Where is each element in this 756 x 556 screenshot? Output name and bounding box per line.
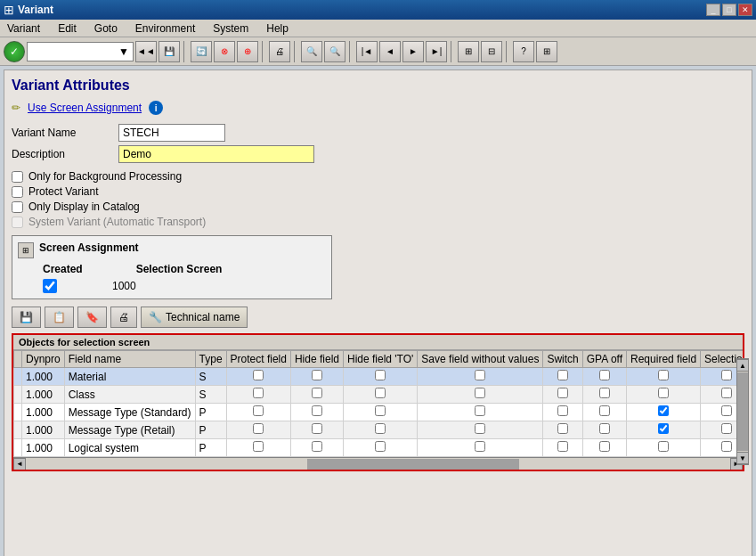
screen-assignment-box: ⊞ Screen Assignment Created Selection Sc… xyxy=(12,235,332,299)
table-cell xyxy=(290,386,343,404)
first-page-button[interactable]: |◄ xyxy=(356,41,378,62)
table-checkbox[interactable] xyxy=(312,388,322,398)
close-button[interactable]: ✕ xyxy=(738,4,752,16)
table-checkbox[interactable] xyxy=(599,423,610,434)
table-checkbox[interactable] xyxy=(658,405,669,416)
bookmark-icon: 🔖 xyxy=(85,311,99,323)
maximize-button[interactable]: □ xyxy=(722,4,736,16)
menu-edit[interactable]: Edit xyxy=(54,20,80,37)
table-checkbox[interactable] xyxy=(557,370,568,380)
technical-name-button[interactable]: 🔧 Technical name xyxy=(141,307,248,328)
options-button[interactable]: ⊞ xyxy=(536,41,557,62)
sa-checkbox-1[interactable] xyxy=(43,279,57,293)
table-checkbox[interactable] xyxy=(475,388,485,398)
minimize-button[interactable]: _ xyxy=(706,4,720,16)
help-toolbar-button[interactable]: ? xyxy=(513,41,534,62)
save-icon: 💾 xyxy=(20,311,33,323)
table-checkbox[interactable] xyxy=(557,441,568,452)
scroll-left-button[interactable]: ◄ xyxy=(13,458,26,470)
menu-system[interactable]: System xyxy=(209,20,252,37)
last-page-button[interactable]: ►| xyxy=(426,41,447,62)
table-cell xyxy=(627,439,701,457)
table-checkbox[interactable] xyxy=(658,370,669,380)
table-checkbox[interactable] xyxy=(599,441,610,452)
print-button[interactable]: 🖨 xyxy=(110,307,137,328)
scroll-track[interactable] xyxy=(26,459,730,470)
table-checkbox[interactable] xyxy=(475,441,485,452)
table-checkbox[interactable] xyxy=(253,370,264,380)
checkbox-protect-input[interactable] xyxy=(12,186,23,198)
horizontal-scrollbar[interactable]: ◄ ► xyxy=(13,457,743,470)
menu-environment[interactable]: Environment xyxy=(132,20,199,37)
bookmark-button[interactable]: 🔖 xyxy=(77,307,107,328)
table-checkbox[interactable] xyxy=(253,423,264,434)
copy-button[interactable]: 📋 xyxy=(45,307,74,328)
checkbox-catalog-label: Only Display in Catalog xyxy=(28,200,140,213)
table-checkbox[interactable] xyxy=(253,388,264,398)
table-checkbox[interactable] xyxy=(721,423,732,434)
table-checkbox[interactable] xyxy=(599,405,610,416)
table-checkbox[interactable] xyxy=(475,423,485,434)
sa-grid-icon: ⊞ xyxy=(18,242,34,258)
scroll-up-button[interactable]: ▲ xyxy=(736,359,749,372)
table-checkbox[interactable] xyxy=(557,388,568,398)
table-cell xyxy=(627,386,701,404)
selection-table-header: Objects for selection screen xyxy=(13,335,743,350)
find-next-button[interactable]: 🔍 xyxy=(324,41,345,62)
table-checkbox[interactable] xyxy=(475,370,485,380)
table-checkbox[interactable] xyxy=(312,441,322,452)
table-checkbox[interactable] xyxy=(658,388,669,398)
next-page-button[interactable]: ► xyxy=(402,41,424,62)
table-checkbox[interactable] xyxy=(312,370,322,380)
table-checkbox[interactable] xyxy=(375,370,386,380)
save-button[interactable]: 💾 xyxy=(12,307,41,328)
menu-goto[interactable]: Goto xyxy=(91,20,121,37)
print-toolbar-button[interactable]: 🖨 xyxy=(269,41,290,62)
use-screen-link[interactable]: Use Screen Assignment xyxy=(28,102,142,114)
table-checkbox[interactable] xyxy=(658,441,669,452)
table-checkbox[interactable] xyxy=(721,441,732,452)
table-checkbox[interactable] xyxy=(557,423,568,434)
checkbox-catalog-input[interactable] xyxy=(12,201,23,213)
table-checkbox[interactable] xyxy=(312,423,322,434)
toolbar: ✓ ▼ ◄◄ 💾 🔄 ⊗ ⊕ 🖨 🔍 🔍 |◄ ◄ ► ►| ⊞ ⊟ ? ⊞ xyxy=(0,37,756,66)
table-cell xyxy=(582,368,626,386)
table-checkbox[interactable] xyxy=(599,388,610,398)
checkbox-background-input[interactable] xyxy=(12,171,23,183)
variant-name-input[interactable] xyxy=(118,124,225,142)
description-input[interactable] xyxy=(118,145,314,163)
table-checkbox[interactable] xyxy=(557,405,568,416)
cancel-button[interactable]: ⊗ xyxy=(214,41,235,62)
save-toolbar-button[interactable]: 💾 xyxy=(159,41,180,62)
table-checkbox[interactable] xyxy=(658,423,669,434)
refresh-button[interactable]: 🔄 xyxy=(191,41,212,62)
table-checkbox[interactable] xyxy=(375,405,386,416)
table-checkbox[interactable] xyxy=(721,388,732,398)
table-checkbox[interactable] xyxy=(375,388,386,398)
table-cell xyxy=(226,386,290,404)
table-checkbox[interactable] xyxy=(721,405,732,416)
find-button[interactable]: 🔍 xyxy=(301,41,322,62)
table-checkbox[interactable] xyxy=(253,405,264,416)
info-icon[interactable]: i xyxy=(149,101,163,115)
nav-back-button[interactable]: ◄◄ xyxy=(135,41,157,62)
scroll-down-button[interactable]: ▼ xyxy=(736,452,749,464)
green-check-button[interactable]: ✓ xyxy=(4,41,25,62)
vertical-scrollbar[interactable]: ▲ ▼ xyxy=(736,358,749,465)
checkbox-background: Only for Background Processing xyxy=(12,170,744,183)
table-checkbox[interactable] xyxy=(375,423,386,434)
prev-page-button[interactable]: ◄ xyxy=(379,41,401,62)
table-checkbox[interactable] xyxy=(375,441,386,452)
table-checkbox[interactable] xyxy=(721,370,732,380)
menu-variant[interactable]: Variant xyxy=(4,20,44,37)
table-checkbox[interactable] xyxy=(312,405,322,416)
table-checkbox[interactable] xyxy=(253,441,264,452)
table-scroll-area[interactable]: Dynpro Field name Type Protect field Hid… xyxy=(13,350,743,457)
stop-button[interactable]: ⊕ xyxy=(237,41,258,62)
command-input[interactable]: ▼ xyxy=(27,42,134,61)
layout-button1[interactable]: ⊞ xyxy=(458,41,479,62)
table-checkbox[interactable] xyxy=(475,405,485,416)
layout-button2[interactable]: ⊟ xyxy=(481,41,502,62)
table-checkbox[interactable] xyxy=(599,370,610,380)
menu-help[interactable]: Help xyxy=(263,20,292,37)
